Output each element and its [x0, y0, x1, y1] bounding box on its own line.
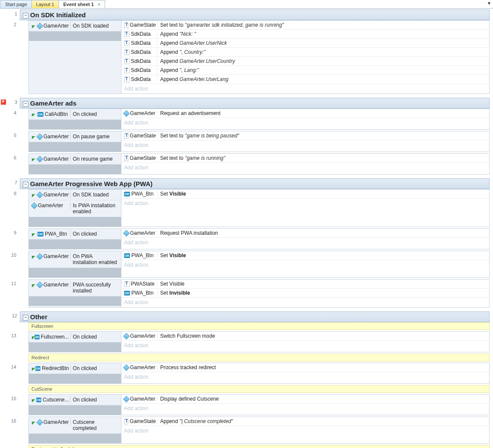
condition-row[interactable]: OKCallAdBtnOn clicked: [29, 109, 121, 120]
condition-row[interactable]: GameArterOn SDK loaded: [29, 190, 121, 200]
event-block[interactable]: GameArterOn SDK loadedGameStateSet text …: [28, 20, 490, 94]
group-header[interactable]: −GameArter Progressive Web App (PWA): [20, 178, 490, 189]
action-row[interactable]: SdkDataAppend GameArter.UserCountry: [121, 57, 489, 66]
action-row[interactable]: GameArterSwitch Fullscreen mode: [121, 332, 489, 341]
action-row[interactable]: OKPWA_BtnSet Invisible: [121, 289, 489, 298]
add-action-link[interactable]: Add action: [121, 260, 489, 270]
event-block[interactable]: OKCallAdBtnOn clickedGameArterRequest an…: [28, 109, 490, 130]
add-action-link[interactable]: Add action: [121, 199, 489, 208]
event-block[interactable]: GameArterPWA succesfully installedPWASta…: [28, 279, 490, 308]
action-row[interactable]: PWAStateSet Visible: [121, 280, 489, 289]
group-header[interactable]: −Other: [20, 311, 490, 322]
condition-footer: [29, 374, 121, 383]
event-block[interactable]: GameArterCutscene completedGameStateAppe…: [28, 417, 490, 444]
condition-row[interactable]: GameArterPWA succesfully installed: [29, 280, 121, 296]
action-row[interactable]: GameArterRequest an advertisement: [121, 109, 489, 118]
condition-row[interactable]: GameArterOn resume game: [29, 154, 121, 165]
condition-row[interactable]: GameArterOn SDK loaded: [29, 21, 121, 31]
comment-row[interactable]: CutScene: [28, 385, 490, 393]
action-row[interactable]: OKPWA_BtnSet Visible: [121, 190, 489, 199]
event-block[interactable]: GameArterOn pause gameGameStateSet text …: [28, 131, 490, 152]
condition-footer: [29, 405, 121, 415]
event-block[interactable]: OKRedirectBtnOn clickedGameArterProcess …: [28, 363, 490, 384]
tab-overflow-dropdown[interactable]: ▼: [487, 1, 491, 6]
plugin-diamond-icon: [37, 22, 43, 29]
condition-object: GameArter: [31, 133, 71, 140]
group-header[interactable]: −On SDK Initialized: [20, 9, 490, 20]
tab-event-sheet-1[interactable]: Event sheet 1 ×: [59, 0, 105, 8]
trigger-arrow-icon: [32, 254, 36, 258]
action-row[interactable]: GameStateSet text to "game is being paus…: [121, 131, 489, 140]
event-block[interactable]: OKFullscreen...On clickedGameArterSwitch…: [28, 331, 490, 352]
condition-row[interactable]: GameArterOn pause game: [29, 131, 121, 142]
add-action-link[interactable]: Add action: [121, 118, 489, 128]
action-row[interactable]: OKPWA_BtnSet Visible: [121, 251, 489, 260]
action-row[interactable]: SdkDataAppend ", Lang:": [121, 66, 489, 75]
actions-column: GameStateSet text to "gamearter sdk init…: [121, 21, 489, 93]
collapse-toggle-icon[interactable]: −: [23, 101, 28, 107]
event-block[interactable]: OKPWA_BtnOn clickedGameArterRequest PWA …: [28, 228, 490, 249]
group-header[interactable]: −GameArter ads: [20, 98, 490, 109]
condition-object: OKCutscene...: [31, 396, 71, 404]
action-description: Request an advertisement: [158, 110, 487, 116]
collapse-toggle-icon[interactable]: −: [23, 315, 28, 320]
add-action-link[interactable]: Add action: [121, 298, 489, 307]
condition-row[interactable]: OKFullscreen...On clicked: [29, 332, 121, 342]
action-row[interactable]: SdkDataAppend GameArter.UserNick: [121, 39, 489, 48]
action-row[interactable]: GameArterDisplay defined Cutscene: [121, 395, 489, 404]
collapse-toggle-icon[interactable]: −: [23, 182, 28, 187]
add-action-link[interactable]: Add action: [121, 140, 489, 150]
event-block[interactable]: GameArterOn SDK loadedGameArterIs PWA in…: [28, 189, 490, 227]
condition-text: On clicked: [71, 110, 119, 118]
event-number: 6: [0, 153, 19, 174]
condition-footer: [29, 296, 121, 306]
trigger-arrow-icon: [32, 283, 36, 287]
add-action-link[interactable]: Add action: [121, 84, 489, 93]
condition-row[interactable]: GameArterIs PWA installation enabled: [29, 200, 121, 217]
tab-layout-1[interactable]: Layout 1: [31, 0, 59, 8]
event-block[interactable]: GameArterOn PWA installation enabledOKPW…: [28, 251, 490, 278]
condition-text: On PWA installation enabled: [71, 252, 119, 266]
action-description: Append ", Country:": [158, 49, 487, 55]
comment-row[interactable]: Post event to Analytics: [28, 445, 490, 448]
event-block[interactable]: OKCutscene...On clickedGameArterDisplay …: [28, 394, 490, 415]
tab-start-page[interactable]: Start page: [0, 0, 32, 8]
comment-row[interactable]: Redirect: [28, 354, 490, 361]
action-row[interactable]: GameArterProcess tracked redirect: [121, 363, 489, 372]
add-action-link[interactable]: Add action: [121, 426, 489, 436]
condition-footer: [29, 342, 121, 352]
condition-row[interactable]: OKPWA_BtnOn clicked: [29, 229, 121, 240]
add-action-link[interactable]: Add action: [121, 404, 489, 413]
action-row[interactable]: SdkDataAppend ", Country:": [121, 48, 489, 57]
action-row[interactable]: SdkDataAppend "Nick: ": [121, 30, 489, 39]
condition-object: OKFullscreen...: [31, 333, 71, 341]
condition-row[interactable]: GameArterOn PWA installation enabled: [29, 251, 121, 268]
add-action-link[interactable]: Add action: [121, 341, 489, 350]
close-icon[interactable]: ×: [98, 2, 100, 7]
event-number: 14: [0, 363, 19, 384]
action-row[interactable]: GameArterRequest PWA installation: [121, 229, 489, 238]
condition-footer: [29, 240, 121, 249]
condition-row[interactable]: OKRedirectBtnOn clicked: [29, 363, 121, 374]
condition-row[interactable]: GameArterCutscene completed: [29, 417, 121, 434]
action-row[interactable]: GameStateSet text to "game is running": [121, 154, 489, 163]
actions-column: PWAStateSet VisibleOKPWA_BtnSet Invisibl…: [121, 280, 489, 307]
add-action-link[interactable]: Add action: [121, 163, 489, 172]
action-row[interactable]: SdkDataAppend GameArter.UserLang: [121, 75, 489, 84]
action-row[interactable]: GameStateAppend "| Cutscene completed": [121, 417, 489, 426]
condition-text: On pause game: [71, 133, 119, 140]
plugin-diamond-icon: [123, 333, 130, 339]
action-description: Process tracked redirect: [158, 364, 487, 370]
event-number: 2: [0, 20, 19, 94]
text-t-icon: [124, 133, 128, 139]
conditions-column: GameArterOn resume game: [29, 154, 121, 174]
condition-row[interactable]: OKCutscene...On clicked: [29, 395, 121, 405]
add-action-link[interactable]: Add action: [121, 372, 489, 382]
action-row[interactable]: GameStateSet text to "gamearter sdk init…: [121, 21, 489, 30]
collapse-toggle-icon[interactable]: −: [23, 13, 28, 19]
event-block[interactable]: GameArterOn resume gameGameStateSet text…: [28, 153, 490, 174]
comment-row[interactable]: Fullscreen: [28, 322, 490, 330]
event-number: 10: [0, 251, 19, 278]
bookmark-icon[interactable]: [1, 100, 6, 105]
add-action-link[interactable]: Add action: [121, 238, 489, 247]
